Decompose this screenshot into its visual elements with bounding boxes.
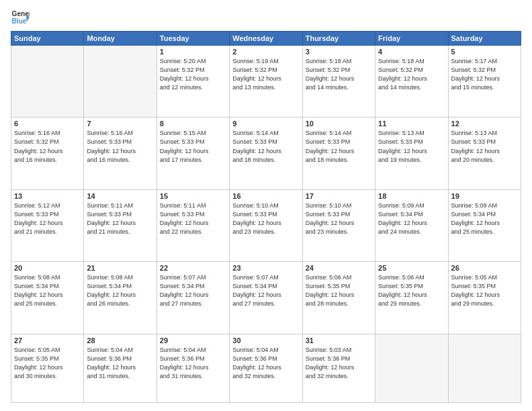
calendar-cell: 15Sunrise: 5:11 AM Sunset: 5:33 PM Dayli… <box>157 189 229 261</box>
calendar-cell: 22Sunrise: 5:07 AM Sunset: 5:34 PM Dayli… <box>157 262 229 334</box>
calendar-header-row: SundayMondayTuesdayWednesdayThursdayFrid… <box>11 32 521 46</box>
calendar-cell: 19Sunrise: 5:09 AM Sunset: 5:34 PM Dayli… <box>448 189 521 261</box>
day-number: 8 <box>160 120 226 128</box>
page: General Blue SundayMondayTuesdayWednesda… <box>0 0 532 411</box>
day-info: Sunrise: 5:10 AM Sunset: 5:33 PM Dayligh… <box>306 201 372 236</box>
calendar-cell: 25Sunrise: 5:06 AM Sunset: 5:35 PM Dayli… <box>375 262 448 334</box>
day-info: Sunrise: 5:12 AM Sunset: 5:33 PM Dayligh… <box>14 201 81 236</box>
day-info: Sunrise: 5:08 AM Sunset: 5:34 PM Dayligh… <box>14 273 81 308</box>
calendar-cell: 6Sunrise: 5:16 AM Sunset: 5:32 PM Daylig… <box>11 118 84 189</box>
day-info: Sunrise: 5:14 AM Sunset: 5:33 PM Dayligh… <box>306 129 372 164</box>
calendar-week-1: 1Sunrise: 5:20 AM Sunset: 5:32 PM Daylig… <box>11 46 521 118</box>
day-info: Sunrise: 5:16 AM Sunset: 5:32 PM Dayligh… <box>14 129 81 164</box>
day-info: Sunrise: 5:11 AM Sunset: 5:33 PM Dayligh… <box>87 201 153 236</box>
day-info: Sunrise: 5:07 AM Sunset: 5:34 PM Dayligh… <box>232 273 299 308</box>
calendar-cell: 9Sunrise: 5:14 AM Sunset: 5:33 PM Daylig… <box>230 118 302 189</box>
day-number: 18 <box>378 192 445 200</box>
day-number: 10 <box>306 120 372 128</box>
calendar-cell <box>84 46 157 118</box>
calendar-header-tuesday: Tuesday <box>157 32 229 46</box>
day-number: 13 <box>14 192 81 200</box>
calendar-header-wednesday: Wednesday <box>230 32 302 46</box>
day-number: 7 <box>87 120 153 128</box>
day-info: Sunrise: 5:07 AM Sunset: 5:34 PM Dayligh… <box>160 273 226 308</box>
day-number: 2 <box>232 48 299 56</box>
calendar-cell: 18Sunrise: 5:09 AM Sunset: 5:34 PM Dayli… <box>375 189 448 261</box>
calendar-cell: 7Sunrise: 5:16 AM Sunset: 5:33 PM Daylig… <box>84 118 157 189</box>
day-info: Sunrise: 5:06 AM Sunset: 5:35 PM Dayligh… <box>306 273 372 308</box>
day-info: Sunrise: 5:15 AM Sunset: 5:33 PM Dayligh… <box>160 129 226 164</box>
day-number: 30 <box>232 336 299 345</box>
day-number: 20 <box>14 264 81 272</box>
day-number: 15 <box>160 192 226 200</box>
calendar-cell: 14Sunrise: 5:11 AM Sunset: 5:33 PM Dayli… <box>84 189 157 261</box>
calendar-cell: 11Sunrise: 5:13 AM Sunset: 5:33 PM Dayli… <box>375 118 448 189</box>
day-info: Sunrise: 5:16 AM Sunset: 5:33 PM Dayligh… <box>87 129 153 164</box>
calendar-week-5: 27Sunrise: 5:05 AM Sunset: 5:35 PM Dayli… <box>11 334 521 402</box>
logo-icon: General Blue <box>11 8 30 27</box>
calendar-cell: 1Sunrise: 5:20 AM Sunset: 5:32 PM Daylig… <box>157 46 229 118</box>
calendar-cell: 27Sunrise: 5:05 AM Sunset: 5:35 PM Dayli… <box>11 334 84 402</box>
day-number: 31 <box>306 336 372 345</box>
day-number: 12 <box>451 120 518 128</box>
calendar-cell: 17Sunrise: 5:10 AM Sunset: 5:33 PM Dayli… <box>302 189 375 261</box>
day-info: Sunrise: 5:05 AM Sunset: 5:35 PM Dayligh… <box>14 346 81 381</box>
day-number: 27 <box>14 336 81 345</box>
day-info: Sunrise: 5:08 AM Sunset: 5:34 PM Dayligh… <box>87 273 153 308</box>
calendar-cell: 10Sunrise: 5:14 AM Sunset: 5:33 PM Dayli… <box>302 118 375 189</box>
header: General Blue <box>11 8 521 27</box>
calendar-week-4: 20Sunrise: 5:08 AM Sunset: 5:34 PM Dayli… <box>11 262 521 334</box>
calendar-cell: 3Sunrise: 5:18 AM Sunset: 5:32 PM Daylig… <box>302 46 375 118</box>
calendar-cell: 12Sunrise: 5:13 AM Sunset: 5:33 PM Dayli… <box>448 118 521 189</box>
day-info: Sunrise: 5:11 AM Sunset: 5:33 PM Dayligh… <box>160 201 226 236</box>
day-info: Sunrise: 5:06 AM Sunset: 5:35 PM Dayligh… <box>378 273 445 308</box>
calendar-cell: 28Sunrise: 5:04 AM Sunset: 5:36 PM Dayli… <box>84 334 157 402</box>
svg-text:Blue: Blue <box>12 17 27 25</box>
day-info: Sunrise: 5:20 AM Sunset: 5:32 PM Dayligh… <box>160 57 226 92</box>
day-info: Sunrise: 5:04 AM Sunset: 5:36 PM Dayligh… <box>87 346 153 381</box>
calendar-cell: 21Sunrise: 5:08 AM Sunset: 5:34 PM Dayli… <box>84 262 157 334</box>
calendar-header-monday: Monday <box>84 32 157 46</box>
day-number: 4 <box>378 48 445 56</box>
calendar-cell <box>448 334 521 402</box>
calendar-cell: 4Sunrise: 5:18 AM Sunset: 5:32 PM Daylig… <box>375 46 448 118</box>
calendar-cell: 16Sunrise: 5:10 AM Sunset: 5:33 PM Dayli… <box>230 189 302 261</box>
calendar-cell: 8Sunrise: 5:15 AM Sunset: 5:33 PM Daylig… <box>157 118 229 189</box>
day-info: Sunrise: 5:04 AM Sunset: 5:36 PM Dayligh… <box>160 346 226 381</box>
calendar-cell: 26Sunrise: 5:05 AM Sunset: 5:35 PM Dayli… <box>448 262 521 334</box>
day-number: 14 <box>87 192 153 200</box>
day-number: 19 <box>451 192 518 200</box>
calendar-header-thursday: Thursday <box>302 32 375 46</box>
calendar-cell: 23Sunrise: 5:07 AM Sunset: 5:34 PM Dayli… <box>230 262 302 334</box>
logo: General Blue <box>11 8 30 27</box>
day-number: 17 <box>306 192 372 200</box>
day-number: 25 <box>378 264 445 272</box>
calendar-cell: 13Sunrise: 5:12 AM Sunset: 5:33 PM Dayli… <box>11 189 84 261</box>
calendar-cell: 20Sunrise: 5:08 AM Sunset: 5:34 PM Dayli… <box>11 262 84 334</box>
day-info: Sunrise: 5:14 AM Sunset: 5:33 PM Dayligh… <box>232 129 299 164</box>
day-number: 24 <box>306 264 372 272</box>
calendar-header-saturday: Saturday <box>448 32 521 46</box>
day-number: 16 <box>232 192 299 200</box>
calendar-cell: 2Sunrise: 5:19 AM Sunset: 5:32 PM Daylig… <box>230 46 302 118</box>
day-info: Sunrise: 5:13 AM Sunset: 5:33 PM Dayligh… <box>378 129 445 164</box>
calendar-header-sunday: Sunday <box>11 32 84 46</box>
day-number: 3 <box>306 48 372 56</box>
calendar-week-3: 13Sunrise: 5:12 AM Sunset: 5:33 PM Dayli… <box>11 189 521 261</box>
day-info: Sunrise: 5:13 AM Sunset: 5:33 PM Dayligh… <box>451 129 518 164</box>
day-info: Sunrise: 5:05 AM Sunset: 5:35 PM Dayligh… <box>451 273 518 308</box>
day-info: Sunrise: 5:09 AM Sunset: 5:34 PM Dayligh… <box>451 201 518 236</box>
day-info: Sunrise: 5:18 AM Sunset: 5:32 PM Dayligh… <box>378 57 445 92</box>
calendar-cell: 24Sunrise: 5:06 AM Sunset: 5:35 PM Dayli… <box>302 262 375 334</box>
calendar-cell: 29Sunrise: 5:04 AM Sunset: 5:36 PM Dayli… <box>157 334 229 402</box>
day-number: 29 <box>160 336 226 345</box>
calendar-table: SundayMondayTuesdayWednesdayThursdayFrid… <box>11 31 521 403</box>
day-info: Sunrise: 5:10 AM Sunset: 5:33 PM Dayligh… <box>232 201 299 236</box>
day-number: 1 <box>160 48 226 56</box>
calendar-cell <box>11 46 84 118</box>
day-number: 6 <box>14 120 81 128</box>
day-number: 5 <box>451 48 518 56</box>
day-info: Sunrise: 5:19 AM Sunset: 5:32 PM Dayligh… <box>232 57 299 92</box>
calendar-cell: 5Sunrise: 5:17 AM Sunset: 5:32 PM Daylig… <box>448 46 521 118</box>
day-info: Sunrise: 5:18 AM Sunset: 5:32 PM Dayligh… <box>306 57 372 92</box>
